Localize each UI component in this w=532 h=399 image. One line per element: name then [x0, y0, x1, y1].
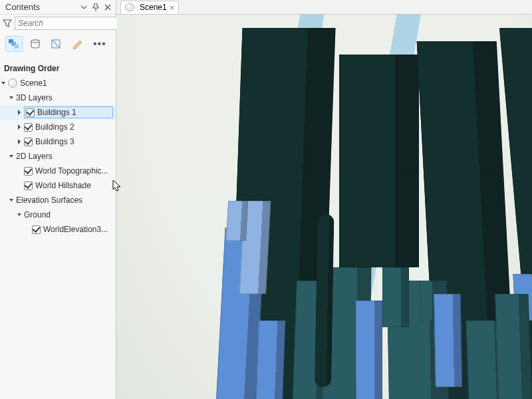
svg-rect-3 [14, 45, 19, 49]
expand-icon[interactable] [16, 109, 23, 116]
pin-icon[interactable] [90, 2, 101, 13]
layer-label: Buildings 3 [35, 137, 113, 146]
search-input[interactable] [18, 19, 118, 28]
expand-icon[interactable] [16, 138, 23, 145]
expand-icon[interactable] [8, 197, 15, 203]
building-block [495, 294, 532, 399]
expand-icon[interactable] [16, 124, 23, 130]
layer-row-world-elevation[interactable]: WorldElevation3... [0, 222, 116, 237]
group-elevation-surfaces[interactable]: Elevation Surfaces [0, 193, 116, 207]
globe-icon [125, 3, 134, 11]
layer-row-world-hillshade[interactable]: World Hillshade [0, 178, 116, 193]
layer-label: Buildings 2 [35, 122, 113, 132]
list-by-drawing-order-button[interactable] [5, 36, 23, 52]
expand-icon[interactable] [8, 94, 15, 101]
building-block [356, 301, 382, 399]
group-label: 3D Layers [16, 93, 113, 102]
group-label: Elevation Surfaces [16, 196, 113, 205]
layer-row-world-topo[interactable]: World Topographic... [0, 164, 116, 178]
panel-toolbar: ••• [0, 32, 116, 59]
search-row [0, 15, 116, 32]
expand-icon[interactable] [16, 211, 23, 218]
scene-label: Scene1 [20, 78, 113, 88]
app-root: Contents [0, 0, 532, 399]
main-area: Scene1 × [116, 0, 532, 399]
layer-label: World Hillshade [35, 181, 113, 190]
view-tab-bar: Scene1 × [116, 0, 532, 15]
layer-row-buildings-1[interactable]: Buildings 1 [0, 105, 116, 120]
dropdown-icon[interactable] [78, 2, 89, 13]
close-icon[interactable] [102, 2, 113, 13]
contents-panel: Contents [0, 0, 116, 399]
building-block [382, 267, 409, 327]
filter-icon[interactable] [3, 17, 12, 30]
svg-point-4 [31, 40, 39, 43]
globe-icon [8, 78, 17, 88]
layer-label: World Topographic... [35, 166, 113, 176]
cursor-icon [111, 180, 123, 194]
visibility-checkbox[interactable] [32, 225, 41, 234]
close-icon[interactable]: × [170, 3, 175, 12]
building-block [434, 294, 462, 387]
building-block [339, 55, 419, 267]
scene-row[interactable]: Scene1 [0, 76, 116, 90]
group-2d-layers[interactable]: 2D Layers [0, 149, 116, 164]
layer-tree: Drawing Order Scene1 3D Layers Buildings… [0, 59, 116, 399]
more-icon[interactable]: ••• [90, 38, 109, 50]
expand-icon[interactable] [8, 153, 15, 160]
visibility-checkbox[interactable] [24, 138, 33, 146]
expand-icon[interactable] [0, 80, 7, 86]
group-ground[interactable]: Ground [0, 207, 116, 222]
building-block [226, 201, 248, 241]
panel-title: Contents [5, 2, 77, 12]
visibility-checkbox[interactable] [24, 182, 33, 190]
scene-viewport[interactable] [116, 15, 532, 399]
layer-row-buildings-3[interactable]: Buildings 3 [0, 134, 116, 149]
layer-row-buildings-2[interactable]: Buildings 2 [0, 120, 116, 134]
list-by-selection-button[interactable] [48, 36, 65, 52]
list-by-source-button[interactable] [27, 36, 44, 52]
panel-header: Contents [0, 0, 116, 15]
visibility-checkbox[interactable] [26, 108, 35, 117]
list-by-editing-button[interactable] [69, 36, 86, 52]
drawing-order-label: Drawing Order [0, 61, 116, 76]
building-block [256, 321, 285, 399]
tab-label: Scene1 [140, 3, 167, 12]
group-label: 2D Layers [16, 152, 113, 161]
group-3d-layers[interactable]: 3D Layers [0, 90, 116, 105]
building-block [315, 214, 334, 387]
visibility-checkbox[interactable] [24, 123, 33, 132]
tab-scene1[interactable]: Scene1 × [120, 1, 179, 14]
layer-label: WorldElevation3... [43, 225, 113, 234]
group-label: Ground [24, 210, 113, 219]
visibility-checkbox[interactable] [24, 167, 33, 176]
layer-label: Buildings 1 [37, 108, 111, 117]
